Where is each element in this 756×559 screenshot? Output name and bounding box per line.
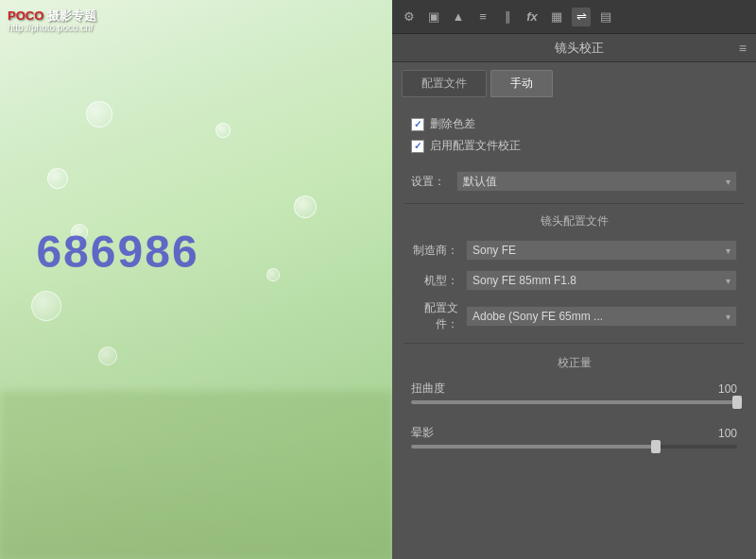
tabs-row: 配置文件 手动 [392,62,756,97]
distortion-row: 扭曲度 100 [411,381,737,397]
checkbox-row-aberration: 删除色差 [411,116,737,132]
vignette-thumb[interactable] [651,440,661,453]
photo-panel: POCO 摄影专题 http://photo.poco.cn/ 686986 [0,0,392,559]
toolbar-icon-detail[interactable]: ▦ [547,8,566,26]
right-panel: ⚙ ▣ ▲ ≡ ∥ fx ▦ ⇌ ▤ 镜头校正 ≡ 配置文件 手动 删除色差 [392,0,756,559]
bubble [86,101,112,127]
watermark-url: http://photo.poco.cn/ [8,23,94,33]
bubble [294,195,317,218]
checkbox-profile[interactable] [411,140,424,153]
distortion-label: 扭曲度 [411,381,445,397]
settings-row: 设置： 默认值 ▾ [404,163,745,199]
distortion-section: 扭曲度 100 [404,377,745,421]
distortion-fill [411,400,737,404]
model-dropdown[interactable]: Sony FE 85mm F1.8 ▾ [466,270,737,291]
toolbar-icon-hsl[interactable]: ≡ [473,8,492,26]
toolbar-icon-split[interactable]: ∥ [498,8,517,26]
checkbox-profile-label: 启用配置文件校正 [430,138,521,154]
checkbox-section: 删除色差 启用配置文件校正 [404,107,745,163]
profile-file-value: Adobe (Sony FE 65mm ... [472,310,603,323]
vignette-track[interactable] [411,445,737,449]
model-label: 机型： [411,273,458,289]
manufacturer-row: 制造商： Sony FE ▾ [404,235,745,265]
manufacturer-dropdown[interactable]: Sony FE ▾ [466,240,737,261]
vignette-value: 100 [709,427,737,440]
vignette-section: 晕影 100 [404,421,745,466]
settings-value: 默认值 [463,174,497,190]
bubble [47,168,68,189]
toolbar-icon-fx[interactable]: fx [523,8,541,26]
content-area: 删除色差 启用配置文件校正 设置： 默认值 ▾ 镜头配置文件 制造商： Sony… [392,97,756,559]
distortion-track[interactable] [411,400,737,404]
distortion-value: 100 [709,382,737,396]
panel-menu-icon[interactable]: ≡ [739,41,747,56]
settings-dropdown[interactable]: 默认值 ▾ [456,171,737,192]
toolbar-icon-settings[interactable]: ⚙ [400,8,419,26]
vignette-label: 晕影 [411,425,434,441]
distortion-thumb[interactable] [732,396,742,409]
settings-label: 设置： [411,174,449,190]
manufacturer-value: Sony FE [472,244,516,257]
toolbar-icon-camera[interactable]: ▤ [596,8,615,26]
checkbox-aberration[interactable] [411,118,424,131]
panel-title: 镜头校正 [421,40,739,57]
toolbar-icon-tone[interactable]: ▲ [449,8,468,26]
profile-file-label: 配置文件： [411,300,458,332]
model-row: 机型： Sony FE 85mm F1.8 ▾ [404,265,745,296]
bubble [215,123,231,138]
profile-file-row: 配置文件： Adobe (Sony FE 65mm ... ▾ [404,296,745,337]
profile-file-arrow: ▾ [726,312,730,322]
panel-titlebar: 镜头校正 ≡ [392,34,756,62]
toolbar-icon-lens[interactable]: ⇌ [572,8,591,26]
vignette-row: 晕影 100 [411,425,737,441]
toolbar: ⚙ ▣ ▲ ≡ ∥ fx ▦ ⇌ ▤ [392,0,756,34]
correction-header: 校正量 [404,343,745,377]
model-value: Sony FE 85mm F1.8 [472,274,576,287]
vignette-fill [411,445,656,449]
manufacturer-label: 制造商： [411,243,458,259]
checkbox-row-profile: 启用配置文件校正 [411,138,737,154]
manufacturer-arrow: ▾ [726,246,730,256]
model-arrow: ▾ [726,276,730,286]
checkbox-aberration-label: 删除色差 [430,116,475,132]
lens-profile-header: 镜头配置文件 [404,203,745,235]
tab-manual[interactable]: 手动 [490,70,553,97]
settings-dropdown-arrow: ▾ [726,177,730,187]
toolbar-icon-histogram[interactable]: ▣ [424,8,443,26]
tab-profile[interactable]: 配置文件 [402,70,487,97]
grass-blur [0,391,392,559]
profile-file-dropdown[interactable]: Adobe (Sony FE 65mm ... ▾ [466,306,737,327]
